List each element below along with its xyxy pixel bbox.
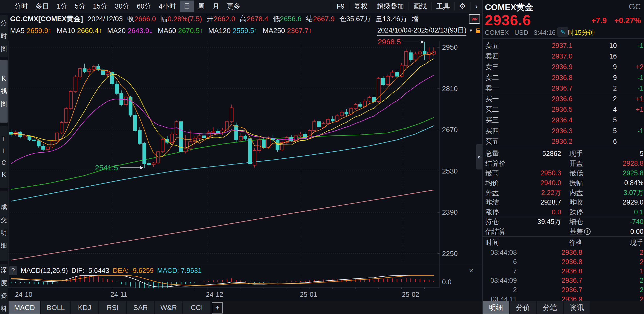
bid-row-买二[interactable]: 买二2936.54+1: [483, 104, 644, 115]
indicator-add-button[interactable]: +: [211, 301, 224, 314]
svg-text:2390: 2390: [442, 208, 458, 216]
indicator-tab-wr[interactable]: W&R: [155, 301, 182, 314]
quote-info-bar: GC.CMX[COMEX黄金] 2024/12/03 收2666.0幅0.28%…: [10, 13, 468, 25]
quote-tab-price-dist[interactable]: 分价: [510, 301, 536, 314]
ask-row-卖二[interactable]: 卖二2936.89-1: [483, 72, 644, 83]
sidebar-tab-trade-detail[interactable]: 成交明细: [0, 191, 8, 261]
ask-row-卖一[interactable]: 卖一2936.72-1: [483, 83, 644, 94]
sidebar-tab-kline-chart[interactable]: K线图: [0, 60, 8, 123]
currency-label: USD: [514, 29, 528, 37]
tape-row: 62936.82: [483, 257, 644, 266]
tape-row: 03:44:082936.82: [483, 248, 644, 257]
ma-legend-ma60: MA60 2670.5↑: [158, 27, 203, 35]
period-5min[interactable]: 5分: [71, 1, 89, 12]
ma-line-ma120: [11, 126, 434, 201]
period-30min[interactable]: 30分: [111, 1, 133, 12]
bid-row-买三[interactable]: 买三2936.45: [483, 115, 644, 125]
indicator-tab-sar[interactable]: SAR: [127, 301, 154, 314]
ma-legend-ma120: MA120 2559.5↑: [208, 27, 258, 35]
macd-hist-value: MACD: 7.9631: [157, 267, 202, 275]
chevron-down-icon[interactable]: ▼: [469, 28, 473, 33]
ma-legend-ma20: MA20 2643.9↓: [107, 27, 153, 35]
annotation-high: 2968.5: [378, 38, 401, 46]
bid-row-买四[interactable]: 买四2936.35-1: [483, 126, 644, 136]
period-multi-day[interactable]: 多日: [32, 1, 53, 12]
bid-row-买一[interactable]: 买一2936.62+1: [483, 94, 644, 104]
quote-meta: COMEX USD 3:44:16 延时15分钟: [485, 28, 595, 37]
period-4hour[interactable]: 4小时: [155, 1, 180, 12]
date-range-selector[interactable]: 2024/10/04-2025/02/13(93日) ▼: [377, 26, 481, 36]
info-field-高: 高2678.4: [240, 14, 268, 24]
stats-row: 均价2940.0振幅0.84%: [483, 178, 644, 188]
quote-tab-detail[interactable]: 明细: [483, 301, 509, 314]
quote-tab-ticks[interactable]: 分笔: [537, 301, 563, 314]
info-field-幅: 幅0.28%(7.5): [160, 14, 202, 24]
tape-row: 72936.81: [483, 266, 644, 276]
top-toolbar: 分时多日1分5分15分30分60分4小时日周月更多 F9复权超级叠加画线工具⚙›: [8, 0, 482, 13]
indicator-tab-kdj[interactable]: KDJ: [71, 301, 98, 314]
info-field-量: 量13.46万: [376, 14, 407, 24]
ma-legend-ma250: MA250 2367.7↑: [263, 27, 312, 35]
period-monthly[interactable]: 月: [209, 1, 223, 12]
unlocked-lock-icon[interactable]: [475, 27, 481, 34]
bid-row-买五[interactable]: 买五2936.26: [483, 136, 644, 147]
info-field-开: 开2662.0: [207, 14, 235, 24]
tape-col-qty: 现手: [630, 238, 643, 247]
period-1min[interactable]: 1分: [53, 1, 71, 12]
draw-line-button[interactable]: 画线: [409, 2, 431, 11]
macd-indicator-bar: ? MACD(12,26,9) DIF: -5.6443 DEA: -9.625…: [9, 266, 202, 275]
adjust-mode-button[interactable]: 复权: [349, 2, 372, 11]
candlestick-chart[interactable]: 2950281026702530239022502968.52541.50.02…: [8, 37, 482, 301]
indicator-tab-boll[interactable]: BOLL: [41, 301, 70, 314]
ask-row-卖四[interactable]: 卖四2937.016: [483, 51, 644, 62]
divider: [483, 236, 644, 237]
indicator-tab-rsi[interactable]: RSI: [99, 301, 126, 314]
indicator-tab-macd[interactable]: MACD: [9, 301, 40, 314]
settings-gear-icon[interactable]: ⚙: [454, 2, 470, 11]
svg-text:24-12: 24-12: [206, 291, 223, 298]
quote-panel: COMEX黄金 GC 2936.6 +7.9 +0.27% COMEX USD …: [482, 0, 644, 314]
period-15min[interactable]: 15分: [89, 1, 111, 12]
ma-line-ma5: [11, 53, 434, 157]
period-60min[interactable]: 60分: [133, 1, 155, 12]
stats-row: 涨停0.0跌停0.1: [483, 207, 644, 217]
svg-text:2250: 2250: [442, 250, 458, 258]
quote-tab-news[interactable]: 资讯: [564, 301, 590, 314]
change-percent: +0.27%: [614, 16, 641, 25]
sidebar-tab-time-chart[interactable]: 分时图: [0, 15, 8, 57]
fn-f9-button[interactable]: F9: [332, 2, 349, 11]
stats-row: 最高2950.3最低2925.8: [483, 168, 644, 178]
info-field-增: 增: [412, 14, 419, 24]
tape-row: 03:44:092936.72: [483, 276, 644, 285]
tape-row: 22936.72: [483, 285, 644, 294]
panel-collapse-handle[interactable]: »: [476, 144, 482, 169]
svg-text:24-10: 24-10: [15, 291, 32, 298]
indicator-tab-cci[interactable]: CCI: [183, 301, 210, 314]
toolbar-corner: [0, 0, 8, 13]
sidebar-tab-depth-info[interactable]: 深度资料: [0, 264, 8, 314]
period-more[interactable]: 更多: [223, 1, 244, 12]
period-weekly[interactable]: 周: [194, 1, 209, 12]
period-daily[interactable]: 日: [180, 1, 194, 12]
date-range-label[interactable]: 2024/10/04-2025/02/13(93日): [377, 26, 466, 36]
expand-chevron-icon[interactable]: ›: [470, 2, 482, 11]
ask-row-卖三[interactable]: 卖三2936.99+2: [483, 62, 644, 72]
basis-info-icon[interactable]: !: [584, 228, 591, 235]
tools-button[interactable]: 工具: [431, 2, 454, 11]
annotation-low: 2541.5: [95, 163, 118, 172]
edit-pencil-icon[interactable]: ✎: [557, 27, 568, 37]
ask-row-卖五[interactable]: 卖五2937.110-1: [483, 40, 644, 51]
divider: [483, 38, 644, 39]
sidebar-tab-tick[interactable]: TICK: [0, 126, 8, 188]
wp-mini-window-icon[interactable]: WP: [469, 14, 480, 24]
svg-text:25-02: 25-02: [402, 291, 419, 298]
svg-text:0.0: 0.0: [442, 278, 452, 286]
info-field-收: 收2666.0: [127, 14, 156, 24]
exchange-label: COMEX: [485, 29, 509, 37]
ask-bid-divider: [483, 94, 644, 94]
close-icon[interactable]: ×: [469, 266, 473, 275]
time-and-sales[interactable]: 03:44:082936.8262936.8272936.8103:44:092…: [483, 248, 644, 301]
super-overlay-button[interactable]: 超级叠加: [372, 2, 409, 11]
period-time-share[interactable]: 分时: [11, 1, 32, 12]
help-icon[interactable]: ?: [9, 266, 17, 275]
